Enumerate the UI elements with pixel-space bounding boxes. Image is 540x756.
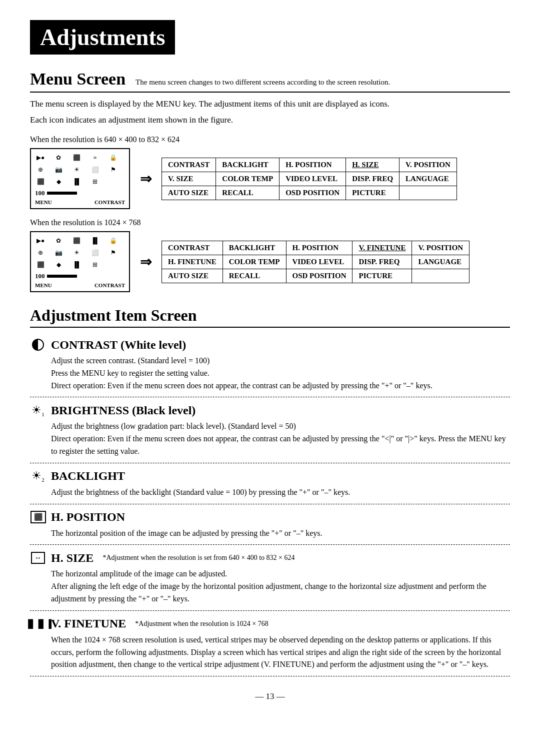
hsize-icon: ↔: [30, 550, 46, 566]
t1-r3c2: RECALL: [216, 186, 280, 200]
hposition-box-icon: ⬛: [30, 511, 46, 523]
vfinetune-body: When the 1024 × 768 screen resolution is…: [51, 634, 510, 671]
adj-item-hposition: ⬛ H. POSITION The horizontal position of…: [30, 509, 510, 540]
page-title: Adjustments: [30, 20, 175, 55]
t1-r2c4: DISP. FREQ: [346, 172, 400, 186]
mi-lock: 🔒: [108, 152, 119, 163]
hposition-title: H. POSITION: [51, 510, 125, 524]
diagram-row-2: ▶● ✿ ⬛ ▐▌ 🔒 ⊕ 📷 ☀ ⬜ ⚑ ⬛ ◆ ▐▌ ⊞ 100 MENU …: [30, 231, 510, 292]
table1-row-2: V. SIZE COLOR TEMP VIDEO LEVEL DISP. FRE…: [162, 172, 457, 186]
mi2-bars: ▐▌: [90, 235, 100, 246]
resolution2-label: When the resolution is 1024 × 768: [30, 218, 510, 227]
adj-item-contrast: CONTRAST (White level) Adjust the screen…: [30, 337, 510, 392]
backlight-sun-icon: ☀2: [32, 469, 44, 483]
adj-item-contrast-header: CONTRAST (White level): [30, 337, 510, 353]
table2-row-1: CONTRAST BACKLIGHT H. POSITION V. FINETU…: [162, 241, 470, 255]
contrast-body-1: Adjust the screen contrast. (Standard le…: [51, 355, 510, 367]
monitor-label-bar-2: MENU CONTRAST: [35, 282, 125, 288]
mi-play: ▶●: [35, 152, 46, 163]
mi2-camera: 📷: [53, 247, 64, 258]
adjustment-section-title: Adjustment Item Screen: [30, 306, 510, 328]
mi-camera: 📷: [53, 164, 64, 175]
contrast-body-3: Direct operation: Even if the menu scree…: [51, 380, 510, 392]
table2-row-2: H. FINETUNE COLOR TEMP VIDEO LEVEL DISP.…: [162, 255, 470, 269]
resolution1-label: When the resolution is 640 × 400 to 832 …: [30, 135, 510, 144]
monitor-status-bar-2: 100: [35, 272, 125, 280]
t1-r3c4: PICTURE: [346, 186, 400, 200]
hsize-body: The horizontal amplitude of the image ca…: [51, 568, 510, 605]
mi-empty: [108, 176, 119, 187]
monitor-label-bar-1: MENU CONTRAST: [35, 199, 125, 205]
backlight-body: Adjust the brightness of the backlight (…: [51, 486, 510, 499]
mi-disc: ⊕: [35, 164, 46, 175]
divider-2: [30, 463, 510, 463]
intro-text-1: The menu screen is displayed by the MENU…: [30, 98, 510, 111]
hsize-body-1: The horizontal amplitude of the image ca…: [51, 568, 510, 580]
t1-r1c4: H. SIZE: [346, 158, 400, 172]
t2-r1c3: H. POSITION: [286, 241, 352, 255]
t1-r2c5: LANGUAGE: [400, 172, 457, 186]
progress-bar-1: [47, 192, 77, 195]
progress-bar-2: [47, 275, 77, 278]
brightness-body: Adjust the brightness (low gradation par…: [51, 420, 510, 457]
backlight-body-1: Adjust the brightness of the backlight (…: [51, 486, 510, 499]
brightness-body-2: Direct operation: Even if the menu scree…: [51, 433, 510, 458]
contrast-body: Adjust the screen contrast. (Standard le…: [51, 355, 510, 392]
adj-item-backlight: ☀2 BACKLIGHT Adjust the brightness of th…: [30, 468, 510, 499]
t2-r3c5: [412, 269, 470, 283]
backlight-icon: ☀2: [30, 468, 46, 484]
vfinetune-title: V. FINETUNE: [51, 617, 126, 630]
t2-r3c4: PICTURE: [352, 269, 412, 283]
mi2-play: ▶●: [35, 235, 46, 246]
mi2-empty: [108, 259, 119, 270]
divider-6: [30, 676, 510, 676]
mi-grid: ⊞: [90, 176, 100, 187]
table1-row-3: AUTO SIZE RECALL OSD POSITION PICTURE: [162, 186, 457, 200]
t1-r3c5: [400, 186, 457, 200]
progress-bar-fill-2: [48, 275, 76, 277]
vfinetune-body-1: When the 1024 × 768 screen resolution is…: [51, 634, 510, 671]
menu-value-2: 100: [35, 272, 45, 280]
brightness-title: BRIGHTNESS (Black level): [51, 404, 196, 417]
t2-r1c5: V. POSITION: [412, 241, 470, 255]
adj-item-vfinetune-header: ▐▌▐▌▐ V. FINETUNE *Adjustment when the r…: [30, 616, 510, 632]
vfinetune-icon: ▐▌▐▌▐: [30, 616, 46, 632]
t2-r1c4: V. FINETUNE: [352, 241, 412, 255]
hposition-icon: ⬛: [30, 509, 46, 525]
monitor-box-2: ▶● ✿ ⬛ ▐▌ 🔒 ⊕ 📷 ☀ ⬜ ⚑ ⬛ ◆ ▐▌ ⊞ 100 MENU …: [30, 231, 130, 292]
monitor-status-bar-1: 100: [35, 189, 125, 197]
mi-flag: ⚑: [108, 164, 119, 175]
vfinetune-bars-icon: ▐▌▐▌▐: [25, 619, 51, 628]
contrast-body-2: Press the MENU key to register the setti…: [51, 367, 510, 380]
menu-screen-header: Menu Screen The menu screen changes to t…: [30, 70, 510, 93]
brightness-sun-icon: ☀1: [32, 404, 44, 417]
menu-screen-subtitle: The menu screen changes to two different…: [136, 78, 390, 87]
hposition-body: The horizontal position of the image can…: [51, 527, 510, 540]
t1-r1c1: CONTRAST: [162, 158, 216, 172]
t2-r2c4: DISP. FREQ: [352, 255, 412, 269]
vfinetune-note: *Adjustment when the resolution is 1024 …: [135, 620, 268, 628]
t1-r2c1: V. SIZE: [162, 172, 216, 186]
hsize-note: *Adjustment when the resolution is set f…: [102, 554, 294, 562]
table1-row-1: CONTRAST BACKLIGHT H. POSITION H. SIZE V…: [162, 158, 457, 172]
menu-value-1: 100: [35, 189, 45, 197]
mi2-gear: ✿: [53, 235, 64, 246]
contrast-label-1: CONTRAST: [94, 199, 125, 205]
t1-r1c3: H. POSITION: [280, 158, 346, 172]
adj-item-brightness-header: ☀1 BRIGHTNESS (Black level): [30, 402, 510, 418]
monitor-icons-grid-1: ▶● ✿ ⬛ ≡ 🔒 ⊕ 📷 ☀ ⬜ ⚑ ⬛ ◆ ▐▌ ⊞: [35, 152, 125, 187]
hsize-box-icon: ↔: [31, 552, 45, 564]
mi2-grid: ⊞: [90, 259, 100, 270]
mi2-disc: ⊕: [35, 247, 46, 258]
arrow-1: ⇒: [140, 171, 152, 187]
monitor-box-1: ▶● ✿ ⬛ ≡ 🔒 ⊕ 📷 ☀ ⬜ ⚑ ⬛ ◆ ▐▌ ⊞ 100 MENU C…: [30, 148, 130, 209]
contrast-icon: [30, 337, 46, 353]
mi2-diamond: ◆: [53, 259, 64, 270]
progress-bar-fill-1: [48, 192, 76, 194]
mi2-flag: ⚑: [108, 247, 119, 258]
mi-bars: ▐▌: [72, 176, 82, 187]
t2-r2c2: COLOR TEMP: [222, 255, 286, 269]
mi2-folder: ⬛: [35, 259, 46, 270]
mi2-display: ⬛: [72, 235, 82, 246]
mi2-sun: ☀: [72, 247, 82, 258]
